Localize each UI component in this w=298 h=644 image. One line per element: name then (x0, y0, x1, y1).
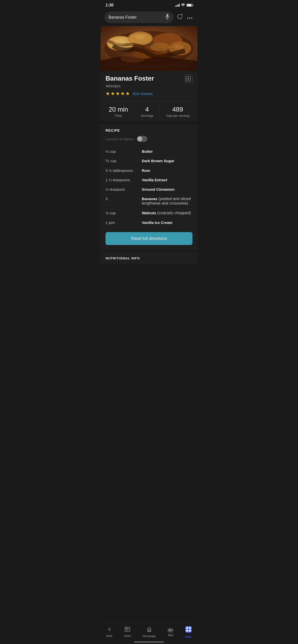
homepage-icon (146, 627, 152, 634)
status-time: 1:30 (105, 3, 113, 8)
stat-servings: 4 Servings (141, 106, 154, 118)
rating-row: ★★★★★ 816 reviews (105, 90, 193, 96)
nav-tabs-label: Tabs (168, 634, 173, 636)
svg-rect-30 (185, 626, 192, 632)
stat-servings-label: Servings (141, 114, 154, 118)
nav-back[interactable]: Back (102, 626, 116, 638)
metric-toggle-label: Convert to Metric (105, 137, 134, 141)
recipe-title-row: Bananas Foster (105, 75, 193, 83)
wifi-icon (181, 4, 185, 7)
svg-point-20 (120, 54, 145, 63)
status-icons (175, 4, 193, 7)
more-options-button[interactable] (186, 14, 194, 21)
battery-icon (187, 4, 193, 7)
ingredient-amount: ¼ cup (105, 149, 138, 154)
ingredient-amount: ¼ cup (105, 211, 138, 215)
stat-cals-value: 489 (166, 106, 189, 113)
search-input[interactable]: Bananas Foster (108, 15, 163, 20)
svg-rect-31 (186, 627, 188, 629)
ingredient-row: ⅔ cup Dark Brown Sugar (105, 156, 193, 166)
ingredient-amount: 3 (105, 197, 138, 201)
nav-news[interactable]: News (120, 626, 135, 638)
nav-homepage[interactable]: Homepage (138, 626, 160, 638)
nutritional-section: NUTRITIONAL INFO (101, 252, 197, 264)
nav-back-label: Back (106, 634, 112, 637)
recipe-source: Allrecipes (105, 84, 193, 88)
ingredient-row: 3 ½ tablespoons Rum (105, 166, 193, 175)
tabs-badge: 9+ (167, 628, 174, 632)
ingredient-name: Rum (142, 168, 150, 172)
add-recipe-button[interactable] (184, 75, 193, 83)
svg-point-18 (174, 44, 184, 49)
review-count[interactable]: 816 reviews (133, 92, 153, 96)
stat-divider-1 (134, 106, 134, 118)
svg-point-6 (191, 18, 193, 19)
recipe-title: Bananas Foster (105, 75, 154, 82)
toggle-thumb (137, 136, 142, 141)
ingredient-row: ½ teaspoon Ground Cinnamon (105, 185, 193, 194)
svg-rect-33 (186, 630, 188, 632)
ingredient-amount: ½ teaspoon (105, 187, 138, 192)
recipe-section-title: RECIPE (105, 128, 193, 132)
status-bar: 1:30 (101, 0, 197, 10)
ingredient-amount: ⅔ cup (105, 159, 138, 163)
recipe-info: Bananas Foster Allrecipes ★★★★★ 816 revi… (101, 71, 197, 122)
svg-point-19 (150, 43, 170, 52)
stat-servings-value: 4 (141, 106, 154, 113)
bottom-nav: Back News Homepage 9+ Tabs (101, 622, 197, 644)
metric-toggle-switch[interactable] (137, 136, 147, 142)
apps-icon (185, 626, 192, 634)
home-indicator (134, 642, 164, 642)
svg-point-4 (187, 18, 189, 19)
ingredient-row: 1 ½ teaspoons Vanilla Extract (105, 175, 193, 185)
mic-icon[interactable] (165, 14, 170, 20)
metric-toggle-row: Convert to Metric (105, 136, 193, 142)
stat-time: 20 min Time (109, 106, 128, 118)
svg-point-16 (114, 39, 126, 45)
nav-news-label: News (124, 634, 131, 637)
svg-point-5 (189, 18, 191, 19)
svg-point-17 (135, 35, 145, 39)
star-rating: ★★★★★ (105, 90, 130, 96)
read-directions-button[interactable]: Read full directions (105, 232, 193, 245)
svg-rect-34 (189, 630, 191, 632)
ingredient-name: Vanilla Ice Cream (142, 220, 172, 225)
ingredient-amount: 1 pint (105, 220, 138, 225)
svg-rect-32 (189, 627, 191, 629)
ingredient-note: (coarsely chopped) (157, 211, 191, 215)
ingredient-amount: 3 ½ tablespoons (105, 168, 138, 172)
ingredient-row: ¼ cup Walnuts (coarsely chopped) (105, 208, 193, 218)
svg-point-0 (183, 6, 184, 6)
refresh-button[interactable] (176, 13, 184, 22)
svg-rect-1 (166, 14, 168, 17)
stat-divider-2 (160, 106, 160, 118)
recipe-image (101, 26, 197, 71)
ingredient-name: Butter (142, 149, 153, 154)
search-bar-container: Bananas Foster (101, 10, 197, 26)
ingredient-name: Ground Cinnamon (142, 187, 175, 192)
nutritional-title: NUTRITIONAL INFO (105, 256, 140, 260)
ingredient-name: Walnuts (142, 211, 156, 215)
ingredient-name-complex: Bananas (peeled and sliced lengthwise an… (142, 197, 193, 206)
recipe-section: RECIPE Convert to Metric ¼ cup Butter ⅔ … (101, 124, 197, 250)
stat-cals-label: Cals per serving (166, 114, 189, 118)
ingredient-name: Dark Brown Sugar (142, 159, 174, 163)
ingredient-row: 1 pint Vanilla Ice Cream (105, 218, 193, 227)
stat-time-value: 20 min (109, 106, 128, 113)
nav-apps[interactable]: Apps (181, 625, 196, 639)
back-icon (107, 627, 112, 633)
stat-time-label: Time (109, 114, 128, 118)
ingredient-name: Bananas (142, 197, 158, 201)
nav-apps-label: Apps (185, 635, 192, 638)
stat-cals: 489 Cals per serving (166, 106, 189, 118)
signal-icon (175, 4, 180, 7)
search-input-wrapper[interactable]: Bananas Foster (104, 12, 174, 23)
nav-homepage-label: Homepage (142, 634, 156, 638)
ingredient-amount: 1 ½ teaspoons (105, 178, 138, 182)
ingredient-name-complex: Walnuts (coarsely chopped) (142, 211, 191, 215)
stats-row: 20 min Time 4 Servings 489 Cals per serv… (105, 101, 193, 118)
svg-rect-29 (148, 630, 150, 632)
nav-tabs[interactable]: 9+ Tabs (164, 627, 178, 638)
svg-rect-28 (125, 627, 127, 629)
news-icon (125, 627, 130, 633)
